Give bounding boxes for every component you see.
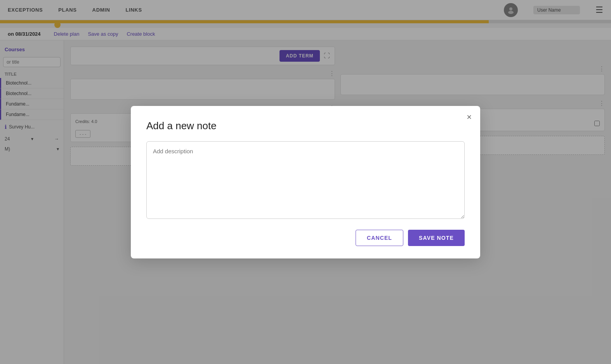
add-note-modal: × Add a new note CANCEL SAVE NOTE (131, 106, 480, 258)
modal-title: Add a new note (146, 120, 465, 132)
modal-overlay[interactable]: × Add a new note CANCEL SAVE NOTE (0, 0, 611, 364)
cancel-button[interactable]: CANCEL (356, 230, 403, 246)
save-note-button[interactable]: SAVE NOTE (408, 230, 465, 246)
note-textarea[interactable] (146, 141, 465, 219)
modal-footer: CANCEL SAVE NOTE (146, 230, 465, 246)
modal-close-button[interactable]: × (467, 113, 472, 121)
